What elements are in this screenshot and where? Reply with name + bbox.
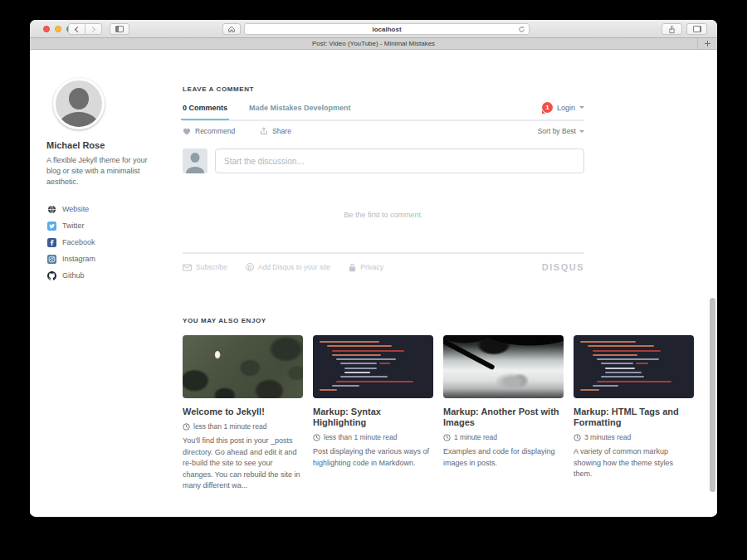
chevron-right-icon [90,26,95,32]
share-label: Share [272,127,291,135]
reload-icon [518,26,525,33]
scrollbar[interactable] [710,298,715,492]
disqus-nav: 0 Comments Made Mistakes Development 1 L… [183,102,584,121]
clock-icon [313,434,320,441]
post-thumbnail-jekyll[interactable] [183,335,303,398]
related-card: Welcome to Jekyll! less than 1 minute re… [183,335,303,492]
link-label: Facebook [62,238,95,246]
sidebar-link-facebook[interactable]: Facebook [46,234,175,251]
disqus-logo[interactable]: DISQUS [542,262,584,272]
subscribe-link[interactable]: Subscribe [183,263,227,271]
comment-input[interactable] [215,149,584,173]
tabs-icon [693,26,701,32]
add-disqus-link[interactable]: D Add Disqus to your site [246,263,330,271]
add-disqus-label: Add Disqus to your site [258,263,330,271]
address-bar[interactable]: localhost [244,23,530,35]
share-comments-button[interactable]: Share [260,127,291,135]
clock-icon [574,434,581,441]
browser-window: localhost Post: Video (YouTube) - Minima… [30,20,717,517]
post-title[interactable]: Markup: Syntax Highlighting [313,407,433,428]
share-icon [668,25,676,34]
subscribe-label: Subscribe [196,263,227,271]
related-posts: YOU MAY ALSO ENJOY Welcome to Jekyll! le… [183,317,694,492]
post-excerpt: You'll find this post in your _posts dir… [183,436,303,492]
new-tab-button[interactable] [697,38,717,49]
minimize-window-button[interactable] [55,26,61,32]
sidebar-link-website[interactable]: Website [46,201,175,217]
sort-dropdown[interactable]: Sort by Best [538,127,584,135]
tab-overview-button[interactable] [686,23,707,35]
privacy-link[interactable]: Privacy [349,263,383,272]
disqus-footer: Subscribe D Add Disqus to your site Priv… [183,254,584,272]
envelope-icon [183,264,192,271]
post-excerpt: Post displaying the various ways of high… [313,446,433,469]
sidebar-link-github[interactable]: Github [46,267,175,284]
link-label: Twitter [62,222,85,230]
related-heading: YOU MAY ALSO ENJOY [183,317,694,324]
home-icon [227,25,236,33]
reload-button[interactable] [518,26,525,33]
clock-icon [443,434,451,441]
sort-label: Sort by Best [538,127,576,135]
disqus-d-icon: D [246,263,254,271]
page-content: Michael Rose A flexible Jekyll theme for… [30,50,717,515]
comments-heading: LEAVE A COMMENT [183,85,694,93]
github-icon [46,270,56,280]
recommend-button[interactable]: Recommend [183,127,235,135]
chevron-down-icon [579,106,584,109]
author-bio: A flexible Jekyll theme for your blog or… [46,155,163,187]
twitter-icon [46,221,56,231]
instagram-icon [46,254,56,264]
post-excerpt: Examples and code for displaying images … [443,446,564,469]
read-time: 3 minutes read [584,433,631,441]
tab-community[interactable]: Made Mistakes Development [249,104,351,112]
post-thumbnail-fog[interactable] [443,335,564,398]
related-card: Markup: HTML Tags and Formatting 3 minut… [574,335,694,492]
post-thumbnail-code[interactable] [313,335,433,398]
browser-toolbar: localhost [30,20,717,38]
heart-icon [183,128,191,135]
post-excerpt: A variety of common markup showing how t… [574,446,694,480]
active-tab[interactable]: Post: Video (YouTube) - Minimal Mistakes [312,40,435,47]
close-window-button[interactable] [43,26,50,32]
recommend-label: Recommend [195,127,235,135]
post-thumbnail-code[interactable] [574,335,694,398]
privacy-label: Privacy [360,263,383,271]
comment-composer [183,149,584,173]
sidebar-toggle-button[interactable] [110,23,129,35]
related-card: Markup: Another Post with Images 1 minut… [443,335,564,492]
author-name: Michael Rose [46,140,175,150]
notification-badge[interactable]: 1 [542,102,553,113]
back-button[interactable] [68,23,85,35]
sidebar-link-instagram[interactable]: Instagram [46,251,175,267]
sidebar-link-twitter[interactable]: Twitter [46,217,175,234]
globe-icon [46,204,56,214]
post-title[interactable]: Welcome to Jekyll! [183,407,303,417]
read-time: less than 1 minute read [324,433,397,441]
login-label: Login [557,104,575,112]
read-time: 1 minute read [454,433,497,441]
chevron-left-icon [75,26,81,32]
post-title[interactable]: Markup: HTML Tags and Formatting [574,407,694,428]
forward-button[interactable] [85,23,102,35]
login-menu[interactable]: 1 Login [542,102,584,113]
facebook-icon [46,237,56,247]
share-arrow-icon [260,127,268,135]
empty-state-message: Be the first to comment. [183,211,584,219]
avatar [53,78,105,129]
plus-icon [705,41,710,46]
home-button[interactable] [222,23,241,35]
author-sidebar: Michael Rose A flexible Jekyll theme for… [46,78,175,284]
clock-icon [183,423,190,431]
link-label: Website [62,205,89,213]
post-title[interactable]: Markup: Another Post with Images [443,407,564,428]
link-label: Github [62,271,85,280]
url-text: localhost [372,26,401,33]
sidebar-icon [115,26,124,32]
disqus-actions: Recommend Share Sort by Best [183,121,584,141]
link-label: Instagram [62,255,95,263]
tab-comment-count[interactable]: 0 Comments [183,104,227,112]
share-button[interactable] [662,23,682,35]
disqus-embed: 0 Comments Made Mistakes Development 1 L… [183,102,584,272]
related-grid: Welcome to Jekyll! less than 1 minute re… [183,335,694,492]
